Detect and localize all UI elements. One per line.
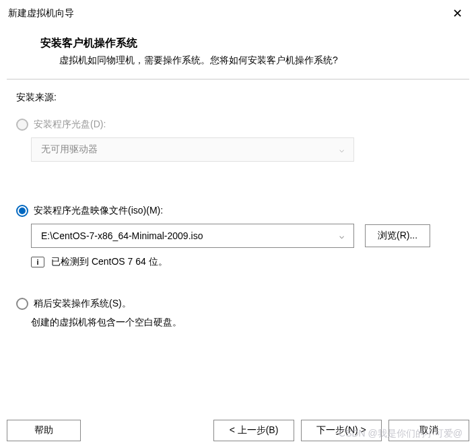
chevron-down-icon[interactable]: ⌵	[339, 231, 344, 241]
iso-path-dropdown[interactable]: E:\CentOS-7-x86_64-Minimal-2009.iso ⌵	[31, 224, 354, 248]
back-button[interactable]: < 上一步(B)	[213, 420, 294, 441]
disc-drive-dropdown: 无可用驱动器 ⌵	[31, 137, 354, 162]
later-description: 创建的虚拟机将包含一个空白硬盘。	[31, 317, 460, 329]
install-source-label: 安装来源:	[16, 92, 460, 104]
iso-path-value: E:\CentOS-7-x86_64-Minimal-2009.iso	[41, 230, 339, 241]
radio-disc	[16, 119, 28, 131]
window-title: 新建虚拟机向导	[8, 7, 74, 20]
radio-option-iso[interactable]: 安装程序光盘映像文件(iso)(M):	[16, 205, 460, 217]
radio-disc-label: 安装程序光盘(D):	[34, 119, 106, 131]
radio-later-label: 稍后安装操作系统(S)。	[34, 298, 131, 310]
help-button[interactable]: 帮助	[7, 420, 81, 441]
footer: 帮助 < 上一步(B) 下一步(N) > 取消	[0, 414, 476, 448]
close-button[interactable]: ✕	[446, 3, 468, 24]
header-title: 安装客户机操作系统	[40, 36, 449, 51]
browse-button[interactable]: 浏览(R)...	[365, 224, 430, 247]
next-button[interactable]: 下一步(N) >	[301, 420, 382, 441]
radio-option-disc: 安装程序光盘(D):	[16, 119, 460, 131]
disc-drive-value: 无可用驱动器	[41, 143, 339, 156]
info-icon: i	[31, 257, 44, 267]
radio-later[interactable]	[16, 298, 28, 310]
chevron-down-icon: ⌵	[339, 145, 344, 154]
cancel-button[interactable]: 取消	[388, 420, 469, 441]
close-icon: ✕	[452, 6, 463, 21]
radio-option-later[interactable]: 稍后安装操作系统(S)。	[16, 298, 460, 310]
radio-iso[interactable]	[16, 205, 28, 217]
detected-os-text: 已检测到 CentOS 7 64 位。	[51, 256, 168, 268]
radio-iso-label: 安装程序光盘映像文件(iso)(M):	[34, 205, 163, 217]
header-subtitle: 虚拟机如同物理机，需要操作系统。您将如何安装客户机操作系统?	[40, 55, 449, 67]
